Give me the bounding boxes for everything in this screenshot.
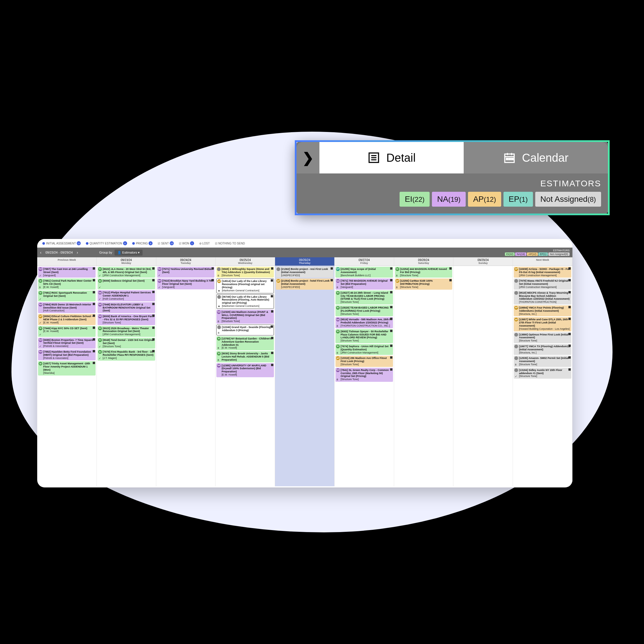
- job-card[interactable]: [21362] Bonitz project - resi First Look…: [276, 267, 333, 278]
- chip-small[interactable]: AP(12): [527, 252, 538, 256]
- prev-week-button[interactable]: ‹: [40, 250, 42, 255]
- job-card[interactable]: AP[12256] CarMax 6168 100% DISTRIBUTION …: [395, 278, 453, 289]
- job-card[interactable]: AP[13957] White and Case DTLA 25th, 26th…: [514, 317, 571, 331]
- job-card[interactable]: NA[7882] Hazelden Betty Ford Foundation …: [38, 349, 96, 360]
- job-card[interactable]: [13880] Optimus Prime First Look (Initia…: [514, 332, 571, 343]
- estimators-label-small: ESTIMATORS: [553, 249, 570, 252]
- job-card[interactable]: EI[7981] RIOC Sportspark Renovation Orig…: [38, 291, 96, 301]
- job-card[interactable]: EI[7674] Sephora - Union Hill Original S…: [335, 344, 393, 355]
- job-card[interactable]: [12246] Grand Hyatt - Seaside (Flooring)…: [216, 325, 274, 335]
- svg-rect-8: [506, 158, 508, 160]
- job-card[interactable]: EI[7979] First Republic Bank - 3rd floor…: [98, 349, 155, 360]
- estimator-chips: EI(22)NA(19)AP(12)EP(1)Not Assigned(8): [303, 192, 601, 207]
- chip-small[interactable]: EI(22): [505, 252, 515, 256]
- job-card[interactable]: AP[14514] Our Lady of the Lake Library R…: [216, 278, 274, 293]
- day-column: NA[7571] Yeshiva University Revised Bids…: [156, 266, 216, 486]
- job-card[interactable]: AP[13318] 286 Madison Ave Office Fitout …: [335, 356, 393, 367]
- estimator-chip-ei[interactable]: EI(22): [400, 192, 430, 207]
- job-card[interactable]: NA[8009] Bank of America - One Bryant Pa…: [98, 314, 155, 325]
- day-header[interactable]: 09/25/24Wednesday: [216, 257, 275, 266]
- chip-small[interactable]: EP(1): [538, 252, 548, 256]
- job-card[interactable]: [19977] YMCA TX (Flooring) Addendum11 (I…: [514, 344, 571, 355]
- job-card[interactable]: [13184] Sidley Austin NY 15th Floor adde…: [514, 368, 571, 379]
- day-column: [453, 266, 513, 486]
- expand-button[interactable]: ❯: [297, 142, 319, 173]
- day-column: EI[12254] 444 MADISON AVENUE Issued For …: [394, 266, 454, 486]
- job-card[interactable]: EI[7881] Central Park Harlem Meer Center…: [38, 278, 96, 289]
- job-card[interactable]: EI[8030] Stony Brook University - Javits…: [216, 351, 274, 362]
- estimators-label: ESTIMATORS: [303, 179, 601, 188]
- job-card[interactable]: [9518] MDCPS Alonzo & Tracy Mourning Bis…: [514, 291, 571, 305]
- filter-sent[interactable]: ☑ SENT15: [158, 241, 173, 245]
- job-card[interactable]: [36749] Our Lady of the Lake Library Ren…: [216, 294, 274, 309]
- calendar-tab[interactable]: Calendar: [464, 142, 608, 173]
- next-week-button[interactable]: ›: [77, 250, 78, 255]
- day-header[interactable]: 09/24/24Tuesday: [156, 257, 216, 266]
- filter-quantity-estimation[interactable]: QUANTITY ESTIMATION6: [86, 241, 127, 245]
- filter-pricing[interactable]: PRICING9: [132, 241, 153, 245]
- calendar-body: NA[7887] The Cast Iron at 246 Levelling …: [37, 266, 572, 486]
- job-card[interactable]: NA[7571] Yeshiva University Revised Bids…: [157, 267, 215, 278]
- job-card[interactable]: NA[7910] Brooklyn Navy Yard Building 3 7…: [157, 278, 215, 289]
- job-card[interactable]: [7978] Wawa #8473 Freehold NJ Original S…: [514, 278, 571, 289]
- job-card[interactable]: EI[8048] Tend Dental - 1320 3rd Ave Orig…: [98, 338, 155, 349]
- day-header[interactable]: 09/29/24Sunday: [453, 257, 513, 266]
- filter-lost[interactable]: ⊘ LOST: [199, 242, 210, 245]
- job-card[interactable]: NA[7984] 8025 Demo 15 Metrotech Interior…: [38, 302, 96, 313]
- job-card[interactable]: EI[7949] Kipp NYC 50% CD SET (Sent)[E.W.…: [38, 326, 96, 337]
- job-card[interactable]: [12535] Amazon- SM02 Permit Set (Initial…: [514, 356, 571, 367]
- filter-nothing-to-send[interactable]: ☑ NOTHING TO SEND: [215, 242, 245, 245]
- job-card[interactable]: EI[8023] 2526 Broadway - Metro Theater R…: [98, 326, 155, 337]
- estimator-chip-ap[interactable]: AP(12): [468, 192, 501, 207]
- job-card[interactable]: EI[8006] Sedesco Original Set (Sent)✓: [98, 278, 155, 289]
- job-card[interactable]: NA[9085] Boston Properties- 7 Time Squar…: [38, 338, 96, 349]
- day-header[interactable]: 09/23/24Monday: [97, 257, 156, 266]
- job-card[interactable]: EP[21255] Voya scope of (Initial Assessm…: [335, 267, 393, 278]
- filter-bar: INITIAL ASSESSMENT13QUANTITY ESTIMATION6…: [37, 239, 572, 248]
- calendar-header-row: Previous Week09/23/24Monday09/24/24Tuesd…: [37, 257, 572, 266]
- svg-rect-9: [509, 158, 511, 160]
- filter-initial-assessment[interactable]: INITIAL ASSESSMENT13: [42, 241, 81, 245]
- chip-small[interactable]: Not Assigned(8): [548, 252, 570, 256]
- day-column: [9568] 1 Willoughby Square (Stone and Ti…: [216, 266, 275, 486]
- job-card[interactable]: AP[16938] Arrizza - SOHO - Package #3 - …: [514, 267, 571, 278]
- job-card[interactable]: NA[12385] UNIVERSITY OF MARYLAND (Drywal…: [216, 363, 274, 377]
- day-header[interactable]: Next Week: [513, 257, 572, 266]
- groupby-select[interactable]: 👤 Estimators ▾: [114, 250, 143, 256]
- job-card[interactable]: EI[12254] 444 MADISON AVENUE Issued For …: [395, 267, 453, 278]
- filter-won[interactable]: ☑ WON1: [179, 241, 194, 245]
- job-card[interactable]: EI[1657] Trinity Asset Management -18th …: [38, 361, 96, 375]
- estimator-chips-small: EI(22)NA(19)AP(12)EP(1)Not Assigned(8): [505, 252, 570, 256]
- day-header[interactable]: 09/28/24Saturday: [394, 257, 454, 266]
- day-column: [21362] Bonitz project - resi First Look…: [275, 266, 335, 486]
- job-card[interactable]: [9568] 1 Willoughby Square (Stone and Ti…: [216, 267, 274, 278]
- estimator-chip-ep[interactable]: EP(1): [503, 192, 533, 207]
- detail-icon: [368, 151, 380, 164]
- date-range: 09/23/24 - 09/29/24: [46, 251, 73, 254]
- job-card[interactable]: NA[9519] Vornado - 595 Madison Ave, 28th…: [335, 317, 393, 328]
- day-header[interactable]: 09/26/24Thursday: [275, 257, 335, 266]
- day-header[interactable]: Previous Week: [37, 257, 97, 266]
- job-card[interactable]: NA[7871] 793 MADISON AVENUE Original Set…: [335, 278, 393, 289]
- job-card[interactable]: NA[7912] Phelps Hospital Patient Service…: [98, 290, 155, 301]
- day-header[interactable]: 09/27/24Friday: [335, 257, 394, 266]
- job-card[interactable]: EI[8083] Tishman Speyer - 50 Rockefeller…: [335, 329, 393, 343]
- job-card[interactable]: NA[7948] 8024 ELEVATOR LOBBY & BATHROOM …: [98, 302, 155, 313]
- job-card[interactable]: NA[12329] 444 Madison Avenue (PAINT & WA…: [216, 310, 274, 324]
- job-card[interactable]: AP[19994] YMCA Four Points (Flooring) Ad…: [514, 305, 571, 316]
- job-card[interactable]: EI[13527] 46-24 28th Street – Long Islan…: [335, 291, 393, 305]
- estimator-chip-na[interactable]: NA(19): [432, 192, 466, 207]
- job-card[interactable]: EI[13529] TEAM-BASED LABOR PRICING (FLOO…: [335, 305, 393, 316]
- estimator-chip-not-assigned[interactable]: Not Assigned(8): [535, 192, 601, 207]
- day-column: AP[16938] Arrizza - SOHO - Package #3 - …: [513, 266, 572, 486]
- job-card[interactable]: EI[8022] JLA Home - 20 West 33rd St (3rd…: [98, 267, 155, 278]
- detail-tab[interactable]: Detail: [319, 142, 464, 173]
- job-card[interactable]: EI[13760] NY Botanical Garden - Children…: [216, 336, 274, 350]
- chip-small[interactable]: NA(19): [515, 252, 526, 256]
- job-card[interactable]: NA[7887] The Cast Iron at 246 Levelling …: [38, 267, 96, 278]
- job-card[interactable]: NA[7841] SL Green Realty Corp - Common C…: [335, 368, 393, 382]
- job-card[interactable]: AP[21354] Bonitz project - hotel First L…: [276, 278, 333, 289]
- calendar-screenshot: INITIAL ASSESSMENT13QUANTITY ESTIMATION6…: [37, 239, 572, 487]
- job-card[interactable]: AP[9556] Ethical Culture Fieldston Schoo…: [38, 314, 96, 325]
- toolbar: ‹ 09/23/24 - 09/29/24 › Group by 👤 Estim…: [37, 248, 572, 257]
